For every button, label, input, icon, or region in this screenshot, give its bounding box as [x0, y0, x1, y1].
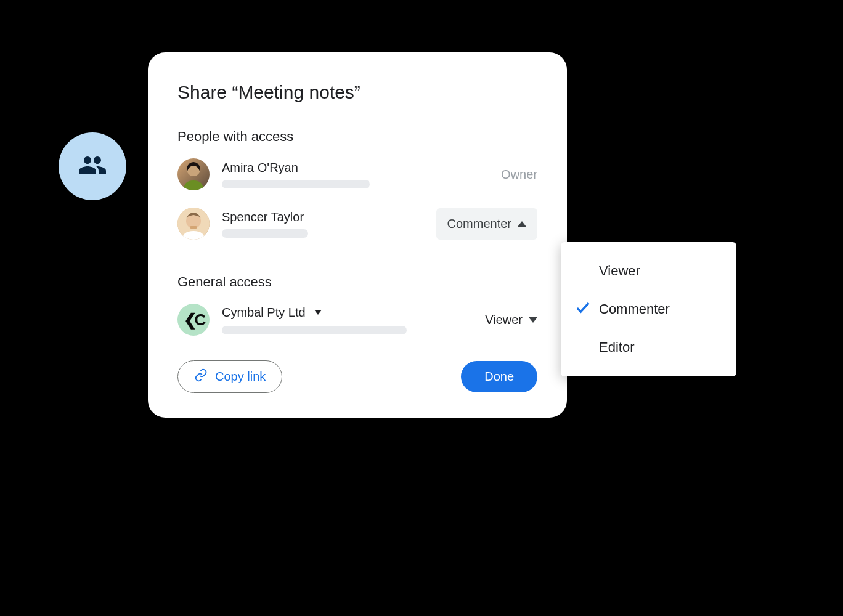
link-icon	[194, 368, 208, 385]
placeholder-bar	[222, 326, 407, 334]
avatar	[177, 158, 210, 190]
role-owner-label: Owner	[501, 168, 537, 182]
role-dropdown-commenter[interactable]: Commenter	[436, 208, 537, 240]
caret-down-icon	[314, 310, 322, 315]
role-label: Commenter	[447, 217, 511, 231]
person-row: Spencer Taylor Commenter	[177, 208, 537, 240]
caret-down-icon	[529, 317, 537, 323]
svg-rect-4	[190, 226, 197, 229]
dropdown-item-editor[interactable]: Editor	[561, 330, 736, 365]
person-info: Amira O'Ryan	[222, 161, 501, 188]
check-slot	[574, 299, 599, 320]
people-icon	[78, 150, 107, 182]
person-info: Spencer Taylor	[222, 210, 436, 238]
org-row: ❮C Cymbal Pty Ltd Viewer	[177, 304, 537, 336]
check-icon	[574, 299, 592, 320]
dialog-footer: Copy link Done	[177, 360, 537, 393]
people-with-access-heading: People with access	[177, 129, 537, 145]
person-row: Amira O'Ryan Owner	[177, 158, 537, 190]
placeholder-bar	[222, 229, 308, 238]
copy-link-label: Copy link	[215, 370, 266, 384]
copy-link-button[interactable]: Copy link	[177, 360, 282, 393]
done-button[interactable]: Done	[461, 361, 537, 392]
org-name: Cymbal Pty Ltd	[222, 306, 306, 320]
general-access-heading: General access	[177, 274, 537, 290]
org-info: Cymbal Pty Ltd	[222, 306, 485, 334]
org-avatar: ❮C	[177, 304, 210, 336]
org-logo-icon: ❮C	[184, 310, 204, 330]
dropdown-item-label: Viewer	[599, 263, 640, 279]
dropdown-item-label: Commenter	[599, 301, 670, 317]
share-dialog: Share “Meeting notes” People with access…	[148, 52, 567, 418]
org-scope-selector[interactable]: Cymbal Pty Ltd	[222, 306, 485, 320]
avatar	[177, 208, 210, 240]
dialog-title: Share “Meeting notes”	[177, 82, 537, 103]
person-name: Amira O'Ryan	[222, 161, 501, 175]
people-badge	[59, 132, 126, 200]
role-label: Viewer	[485, 313, 523, 327]
placeholder-bar	[222, 180, 370, 188]
dropdown-item-viewer[interactable]: Viewer	[561, 253, 736, 289]
dropdown-item-commenter[interactable]: Commenter	[561, 289, 736, 330]
role-dropdown-viewer[interactable]: Viewer	[485, 313, 537, 327]
dropdown-item-label: Editor	[599, 339, 634, 355]
person-name: Spencer Taylor	[222, 210, 436, 224]
caret-up-icon	[518, 221, 526, 227]
role-dropdown-menu: Viewer Commenter Editor	[561, 242, 736, 376]
